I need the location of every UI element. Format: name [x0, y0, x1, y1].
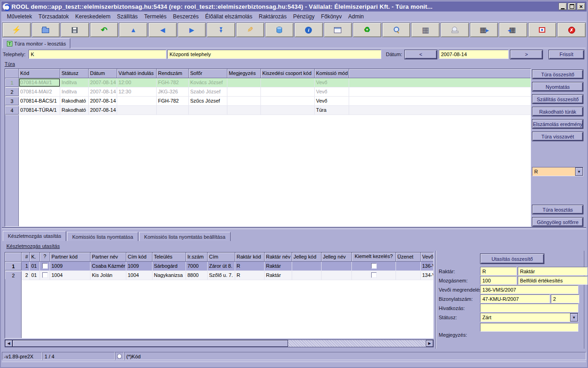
keszletmozgas-row-1[interactable]: 1 1 01 1009 Csaba Kázmér 1009 Sárbogárd …	[5, 262, 433, 271]
cell-jelleg-kod[interactable]	[292, 262, 322, 270]
cell-partner-kod[interactable]: 1004	[50, 271, 90, 280]
minimize-icon[interactable]	[559, 3, 567, 10]
scrollbar-track[interactable]	[288, 340, 426, 347]
menu-item-eloallat[interactable]: Élőállat elszámolás	[202, 12, 256, 21]
cell-partner-kod[interactable]: 1009	[50, 262, 90, 270]
menu-item-raktarozas[interactable]: Raktározás	[255, 12, 290, 21]
cell-indulas[interactable]	[117, 106, 157, 115]
row-header[interactable]: 1	[5, 262, 22, 270]
search-button[interactable]	[382, 23, 411, 37]
cell-rendszam[interactable]: JKG-326	[157, 87, 189, 96]
cell-raktar-kod[interactable]: R	[235, 271, 265, 280]
keszletmozgas-row-2[interactable]: 2 2 01 1004 Kis Jolán 1004 Nagykanizsa 8…	[5, 271, 433, 280]
col-cim-kod[interactable]: Cím kód	[126, 253, 153, 262]
col-sorszam[interactable]: #	[22, 253, 30, 262]
telephely-name-input[interactable]	[167, 50, 381, 59]
first-record-button[interactable]	[119, 23, 147, 37]
table-import-button[interactable]	[499, 23, 527, 37]
cell-irszam[interactable]: 8800	[186, 271, 208, 280]
megjegyzes-textarea[interactable]	[480, 323, 578, 332]
undo-button[interactable]	[90, 23, 119, 37]
cell-uzenet[interactable]	[396, 271, 421, 280]
col-kod[interactable]: Kód	[19, 69, 60, 78]
cell-irszam[interactable]: 7000	[186, 262, 208, 270]
cell-raktar-kod[interactable]: R	[235, 262, 265, 270]
date-next-button[interactable]: >	[510, 50, 543, 59]
menu-item-kereskedelem[interactable]: Kereskedelem	[72, 12, 114, 21]
col-raktar-kod[interactable]: Raktár kód	[235, 253, 265, 262]
mozgasnem-code-input[interactable]	[480, 276, 517, 285]
cell-k[interactable]: 01	[30, 262, 40, 270]
exit-button[interactable]	[557, 23, 586, 37]
col-partner-kod[interactable]: Partner kód	[50, 253, 90, 262]
row-header[interactable]: 2	[5, 87, 19, 96]
cell-statusz[interactable]: Rakodható	[60, 97, 89, 105]
cell-csoport[interactable]	[261, 87, 315, 96]
cell-statusz[interactable]: Indítva	[60, 87, 89, 96]
raktar-code-input[interactable]	[480, 267, 517, 276]
cell-cim-kod[interactable]: 1004	[126, 271, 153, 280]
cell-sorszam[interactable]: 2	[22, 271, 30, 280]
cell-komissio[interactable]: Vevő	[315, 78, 349, 87]
szallitas-osszesito-button[interactable]: Szállítás összesítő	[532, 94, 583, 104]
elszamolas-eredmeny-button[interactable]: Elszámolás eredmény	[532, 119, 583, 129]
col-kiszedesi-csoport[interactable]: Kiszedési csoport kód	[261, 69, 315, 78]
cell-partner-nev[interactable]: Csaba Kázmér	[90, 262, 126, 270]
refresh-button[interactable]	[353, 23, 381, 37]
row-checkbox[interactable]	[42, 272, 48, 278]
form-button[interactable]	[324, 23, 352, 37]
tab-tura-monitor[interactable]: T Túra monitor - leosztás	[2, 38, 70, 48]
col-irszam[interactable]: Ir.szám	[186, 253, 208, 262]
col-varhato-indulas[interactable]: Várható indulás	[117, 69, 157, 78]
cell-statusz[interactable]: Indítva	[60, 78, 89, 87]
close-icon[interactable]	[577, 3, 585, 10]
cell-megjegyzes[interactable]	[227, 87, 261, 96]
horizontal-scrollbar[interactable]	[5, 339, 434, 347]
tura-osszesito-button[interactable]: Túra összesítő	[532, 69, 583, 79]
menu-item-fokonyv[interactable]: Főkönyv	[318, 12, 345, 21]
tura-row-4[interactable]: 4 070814-TÚRA/1 Rakodható 2007-08-14 Túr…	[5, 106, 531, 115]
chevron-down-icon[interactable]	[570, 313, 578, 322]
cell-komissio[interactable]: Túra	[315, 106, 349, 115]
tura-leosztas-button[interactable]: Túra leosztás	[532, 205, 583, 214]
rakodhato-turak-button[interactable]: Rakodható túrák	[532, 107, 583, 116]
cell-datum[interactable]: 2007-08-14	[89, 87, 117, 96]
row-header[interactable]: 1	[5, 78, 19, 87]
cell-statusz[interactable]: Rakodható	[60, 106, 89, 115]
vevoi-megrendeles-input[interactable]	[480, 285, 578, 294]
database-button[interactable]	[265, 23, 294, 37]
cell-csoport[interactable]	[261, 97, 315, 105]
cell-sorszam[interactable]: 1	[22, 262, 30, 270]
cell-csoport[interactable]	[261, 78, 315, 87]
cell-komissio[interactable]: Vevő	[315, 87, 349, 96]
gongyoleg-sofore-button[interactable]: Göngyöleg sofőrre	[532, 217, 583, 227]
scroll-right-icon[interactable]	[426, 340, 433, 347]
menu-item-torzsadatok[interactable]: Törzsadatok	[35, 12, 72, 21]
nyomtatas-button[interactable]: Nyomtatás	[532, 82, 583, 92]
raktar-name-input[interactable]	[518, 267, 588, 276]
cell-sofor[interactable]: Szabó József	[189, 87, 227, 96]
prev-record-button[interactable]	[148, 23, 177, 37]
window-layout-button[interactable]	[528, 23, 557, 37]
cell-indulas[interactable]: 12:00	[117, 78, 157, 87]
utasitas-osszesito-button[interactable]: Utasítás összesítő	[480, 253, 544, 264]
edit-button[interactable]	[236, 23, 265, 37]
cell-jelleg-nev[interactable]	[322, 262, 352, 270]
menu-item-admin[interactable]: Admin	[345, 12, 367, 21]
cell-datum[interactable]: 2007-08-14	[89, 78, 117, 87]
tura-row-1[interactable]: 1 070814-MAI/1 Indítva 2007-08-14 12:00 …	[5, 78, 531, 87]
scrollbar-thumb[interactable]	[12, 340, 288, 347]
row-header[interactable]: 2	[5, 271, 22, 280]
table-export-button[interactable]	[470, 23, 498, 37]
bizonylatszam-input[interactable]	[480, 294, 550, 303]
col-cim[interactable]: Cím	[208, 253, 235, 262]
scroll-left-icon[interactable]	[5, 340, 12, 347]
cell-kod[interactable]: 070814-TÚRA/1	[19, 106, 60, 115]
chevron-down-icon[interactable]	[575, 167, 583, 176]
cell-komissio[interactable]: Vevő	[315, 97, 349, 105]
cell-rendszam[interactable]	[157, 106, 189, 115]
cell-datum[interactable]: 2007-08-14	[89, 106, 117, 115]
last-record-button[interactable]	[207, 23, 235, 37]
cell-rendszam[interactable]: FGH-782	[157, 97, 189, 105]
cell-sofor[interactable]: Kovács József	[189, 78, 227, 87]
